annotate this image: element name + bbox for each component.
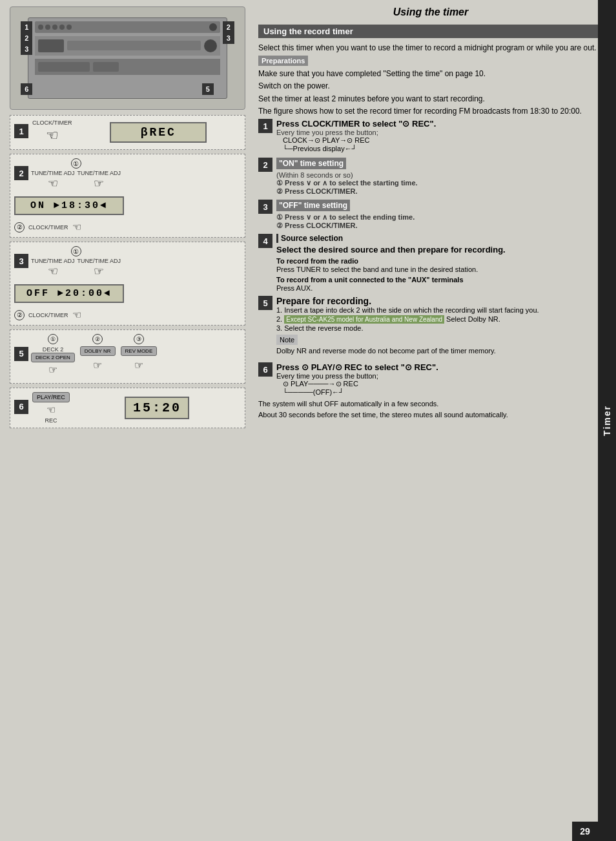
step6-sub1: Every time you press the button; xyxy=(276,372,603,380)
figure-text: The figure shows how to set the record t… xyxy=(258,107,603,116)
page-title: Using the timer xyxy=(258,6,603,18)
timer-label-text: Timer xyxy=(602,405,612,436)
step3-inst2: ② Press CLOCK/TIMER. xyxy=(276,222,603,230)
badge-2: 2 xyxy=(21,32,32,44)
badge-3: 3 xyxy=(21,43,32,55)
step2-inst2: ② Press CLOCK/TIMER. xyxy=(276,187,603,196)
badge-2r: 2 xyxy=(223,21,234,33)
badge-3r: 3 xyxy=(223,32,234,44)
right-column: Using the timer Using the record timer S… xyxy=(252,0,616,841)
page-number: 29 xyxy=(580,826,590,836)
prep-bullet-1: Make sure that you have completed "Setti… xyxy=(258,69,603,78)
rec-label-6: REC xyxy=(45,417,57,424)
step2-content: "ON" time setting (Within 8 seconds or s… xyxy=(276,158,603,196)
step5-content: Prepare for recording. 1. Insert a tape … xyxy=(276,296,603,358)
badge-6: 6 xyxy=(21,83,32,95)
footer2: About 30 seconds before the set time, th… xyxy=(258,411,603,419)
diag-num-6: 6 xyxy=(14,400,28,414)
aux-text: Press AUX. xyxy=(276,284,603,292)
australia-highlight: Except SC-AK25 model for Australia and N… xyxy=(284,315,444,324)
device-inner: 1 2 3 2 3 6 5 xyxy=(28,17,227,99)
display-6: 15:20 xyxy=(125,397,189,419)
step3-num: 3 xyxy=(258,200,272,214)
diag-num-1: 1 xyxy=(14,124,28,138)
diagram-step2: 2 ① TUNE/TIME ADJ ☜ TUNE/TIME ADJ ☞ xyxy=(10,154,245,238)
display-3-off: OFF ►20:00◄ xyxy=(14,284,124,303)
badge-1: 1 xyxy=(21,21,32,33)
diagram-step5: 5 ① DECK 2 DECK 2 OPEN ☞ ② DOLBY NR ☞ xyxy=(10,329,245,384)
diag-num-5: 5 xyxy=(14,347,28,361)
tune-adj-label-3a: TUNE/TIME ADJ xyxy=(31,258,75,264)
step5-item2: 2. Except SC-AK25 model for Australia an… xyxy=(276,315,603,323)
tune-adj-label-3b: TUNE/TIME ADJ xyxy=(77,258,121,264)
play-rec-btn: PLAY/REC xyxy=(32,392,70,402)
step6-container: 6 Press ⊙ PLAY/⊙ REC to select "⊙ REC". … xyxy=(258,362,603,396)
clock-timer-label-1: CLOCK/TIMER xyxy=(32,119,72,126)
step2-inst1: ① Press ∨ or ∧ to select the starting ti… xyxy=(276,179,603,187)
step2-container: 2 "ON" time setting (Within 8 seconds or… xyxy=(258,158,603,196)
source-header: Source selection xyxy=(276,234,603,243)
step4-num: 4 xyxy=(258,234,272,248)
open-btn: DECK 2 OPEN xyxy=(31,353,75,362)
step5-item1: 1. Insert a tape into deck 2 with the si… xyxy=(276,306,603,314)
device-diagram: 1 2 3 2 3 6 5 xyxy=(10,6,245,110)
step5-title: Prepare for recording. xyxy=(276,296,603,306)
step3-content: "OFF" time setting ① Press ∨ or ∧ to sel… xyxy=(276,200,603,230)
step3-container: 3 "OFF" time setting ① Press ∨ or ∧ to s… xyxy=(258,200,603,230)
dolby-btn: DOLBY NR xyxy=(80,346,116,356)
timer-label-bar: Timer xyxy=(598,0,616,841)
step5-container: 5 Prepare for recording. 1. Insert a tap… xyxy=(258,296,603,358)
step4-main: Select the desired source and then prepa… xyxy=(276,245,603,254)
step4-container: 4 Source selection Select the desired so… xyxy=(258,234,603,292)
step1-content: Press CLOCK/TIMER to select "⊙ REC". Eve… xyxy=(276,119,603,152)
aux-header: To record from a unit connected to the "… xyxy=(276,276,603,284)
step1-title: Press CLOCK/TIMER to select "⊙ REC". xyxy=(276,119,603,129)
rev-mode-btn: REV MODE xyxy=(121,346,158,356)
footer1: The system will shut OFF automatically i… xyxy=(258,400,603,408)
diagram-step3: 3 ① TUNE/TIME ADJ ☜ TUNE/TIME ADJ ☞ xyxy=(10,242,245,326)
tune-adj-label-2b: TUNE/TIME ADJ xyxy=(77,170,121,176)
step6-content: Press ⊙ PLAY/⊙ REC to select "⊙ REC". Ev… xyxy=(276,362,603,396)
step6-sub2: ⊙ PLAY────→⊙ REC └─────(OFF)←┘ xyxy=(283,380,603,396)
step1-container: 1 Press CLOCK/TIMER to select "⊙ REC". E… xyxy=(258,119,603,152)
note-section: Note Dolby NR and reverse mode do not be… xyxy=(276,335,603,355)
left-column: 1 2 3 2 3 6 5 1 CLOCK/TIMER ☜ βREC xyxy=(0,0,252,841)
step3-inst1: ① Press ∨ or ∧ to select the ending time… xyxy=(276,213,603,222)
step5-num: 5 xyxy=(258,296,272,310)
badge-5: 5 xyxy=(202,83,214,95)
step2-sub1: (Within 8 seconds or so) xyxy=(276,171,603,179)
page-number-container: 29 xyxy=(572,822,598,841)
radio-text: Press TUNER to select the band and tune … xyxy=(276,265,603,273)
diagram-step1: 1 CLOCK/TIMER ☜ βREC xyxy=(10,115,245,150)
diag-num-3: 3 xyxy=(14,254,28,268)
record-timer-header: Using the record timer xyxy=(258,25,603,38)
note-label: Note xyxy=(276,335,298,345)
step1-sub1: Every time you press the button; xyxy=(276,129,603,136)
note-text: Dolby NR and reverse mode do not become … xyxy=(276,347,603,355)
step6-num: 6 xyxy=(258,362,272,377)
diagram-step6: 6 PLAY/REC ☜ REC 15:20 xyxy=(10,388,245,428)
step1-sub2: CLOCK→⊙ PLAY→⊙ REC └─Previous display←┘ xyxy=(283,136,603,152)
step4-content: Source selection Select the desired sour… xyxy=(276,234,603,292)
radio-header: To record from the radio xyxy=(276,257,603,265)
step1-num: 1 xyxy=(258,119,272,133)
preparations-header: Preparations xyxy=(258,56,308,66)
intro-text: Select this timer when you want to use t… xyxy=(258,43,603,52)
clock-timer-label-3: CLOCK/TIMER xyxy=(28,312,68,318)
display-1: βREC xyxy=(110,122,207,143)
step2-num: 2 xyxy=(258,158,272,172)
on-time-header: "ON" time setting xyxy=(276,158,346,169)
off-time-header: "OFF" time setting xyxy=(276,200,350,211)
diag-num-2: 2 xyxy=(14,166,28,180)
deck2-label: DECK 2 xyxy=(43,346,64,353)
step6-title: Press ⊙ PLAY/⊙ REC to select "⊙ REC". xyxy=(276,362,603,372)
prep-bullet-2: Switch on the power. xyxy=(258,81,603,90)
clock-timer-label-2: CLOCK/TIMER xyxy=(28,224,68,231)
set-timer-text: Set the timer at least 2 minutes before … xyxy=(258,94,603,103)
display-2-on: ON ►18:30◄ xyxy=(14,196,124,215)
step5-item3: 3. Select the reverse mode. xyxy=(276,324,603,332)
tune-adj-label-2a: TUNE/TIME ADJ xyxy=(31,170,75,176)
